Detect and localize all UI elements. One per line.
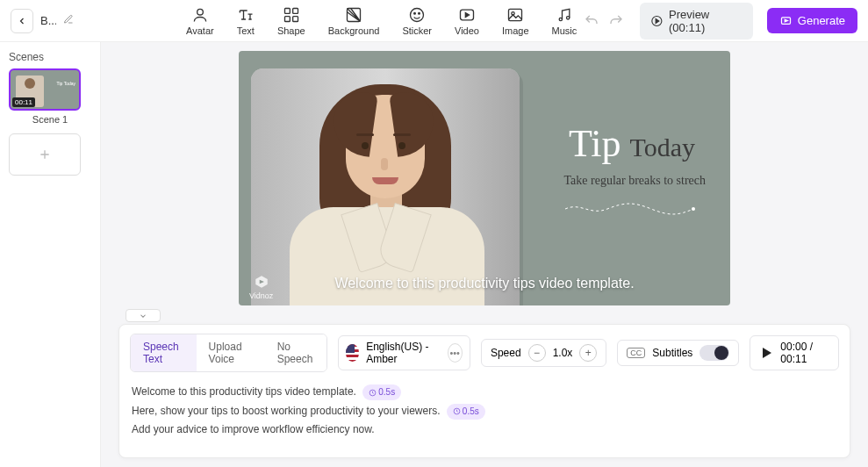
tool-video[interactable]: Video	[455, 6, 479, 36]
play-button[interactable]	[763, 348, 771, 358]
scene-duration-badge: 00:11	[12, 97, 35, 107]
svg-point-7	[414, 12, 416, 14]
svg-rect-3	[284, 16, 290, 21]
redo-icon[interactable]	[608, 13, 624, 29]
speed-control: Speed − 1.0x +	[481, 339, 606, 367]
cc-icon: CC	[627, 348, 645, 358]
undo-icon[interactable]	[584, 13, 599, 29]
subtitles-toggle[interactable]	[699, 345, 729, 361]
scenes-sidebar: Scenes Tip Today 00:11 Scene 1	[0, 42, 101, 467]
svg-rect-2	[292, 8, 298, 13]
generate-button[interactable]: Generate	[767, 8, 857, 33]
canvas-area: Tip Today Take regular breaks to strech …	[101, 42, 868, 467]
video-canvas[interactable]: Tip Today Take regular breaks to strech …	[239, 51, 730, 305]
tab-speech-text[interactable]: Speech Text	[131, 334, 197, 371]
speed-value: 1.0x	[553, 347, 573, 359]
tab-upload-voice[interactable]: Upload Voice	[197, 334, 265, 371]
playback-box: 00:00 / 00:11	[750, 335, 839, 370]
sidebar-title: Scenes	[9, 51, 91, 63]
back-button[interactable]	[11, 9, 33, 33]
canvas-title[interactable]: Tip Today	[569, 121, 695, 166]
clock-icon	[453, 407, 461, 415]
voice-options-icon[interactable]: •••	[448, 343, 463, 363]
flag-us-icon	[346, 344, 359, 362]
svg-point-0	[197, 9, 204, 15]
insert-tools: Avatar Text Shape Background Sticker Vid…	[186, 6, 577, 36]
tool-image[interactable]: Image	[502, 6, 529, 36]
duration-badge[interactable]: 0.5s	[362, 384, 401, 400]
control-row: Speech Text Upload Voice No Speech Engli…	[119, 325, 850, 381]
time-display: 00:00 / 00:11	[780, 341, 826, 365]
scene-thumbnail-1[interactable]: Tip Today 00:11	[9, 68, 81, 111]
edit-title-icon[interactable]	[63, 14, 74, 27]
duration-badge[interactable]: 0.5s	[447, 404, 485, 420]
avatar-figure	[295, 75, 479, 305]
tool-avatar[interactable]: Avatar	[186, 6, 214, 36]
speed-plus-button[interactable]: +	[579, 344, 597, 362]
subtitles-control: CC Subtitles	[617, 340, 739, 366]
plus-icon	[38, 147, 52, 162]
svg-rect-1	[284, 8, 290, 13]
voice-selector[interactable]: English(US) - Amber •••	[338, 335, 470, 370]
preview-button[interactable]: Preview (00:11)	[640, 3, 753, 40]
svg-rect-4	[292, 16, 298, 21]
svg-point-8	[419, 12, 420, 14]
caption-text[interactable]: Welcome to this productivity tips video …	[334, 276, 634, 291]
svg-point-12	[559, 18, 562, 20]
top-toolbar: B... Avatar Text Shape Background	[0, 0, 868, 42]
clock-icon	[369, 389, 377, 397]
script-textarea[interactable]: Welcome to this productivity tips video …	[119, 381, 850, 457]
speech-mode-tabs: Speech Text Upload Voice No Speech	[130, 334, 327, 372]
collapse-handle[interactable]	[126, 309, 161, 322]
avatar-card[interactable]	[251, 68, 520, 305]
tool-shape[interactable]: Shape	[277, 6, 305, 36]
svg-point-6	[411, 8, 424, 21]
svg-point-13	[566, 16, 569, 18]
speed-label: Speed	[491, 347, 521, 359]
squiggle-decoration	[563, 200, 695, 218]
tool-music[interactable]: Music	[552, 6, 577, 36]
project-title[interactable]: B...	[40, 14, 56, 27]
play-circle-icon	[650, 14, 664, 28]
watermark: Vidnoz	[249, 274, 273, 300]
script-panel: Speech Text Upload Voice No Speech Engli…	[118, 324, 850, 458]
svg-point-16	[692, 207, 695, 211]
generate-icon	[779, 14, 793, 27]
tool-background[interactable]: Background	[328, 6, 380, 36]
scene-label: Scene 1	[9, 114, 91, 125]
tool-sticker[interactable]: Sticker	[402, 6, 432, 36]
history-controls	[584, 13, 624, 29]
canvas-subtitle[interactable]: Take regular breaks to strech	[564, 174, 707, 188]
tool-text[interactable]: Text	[237, 6, 255, 36]
add-scene-button[interactable]	[9, 133, 81, 176]
svg-rect-10	[509, 9, 522, 20]
chevron-down-icon	[138, 312, 148, 320]
tab-no-speech[interactable]: No Speech	[265, 334, 326, 371]
speed-minus-button[interactable]: −	[528, 344, 546, 362]
watermark-icon	[254, 274, 269, 290]
